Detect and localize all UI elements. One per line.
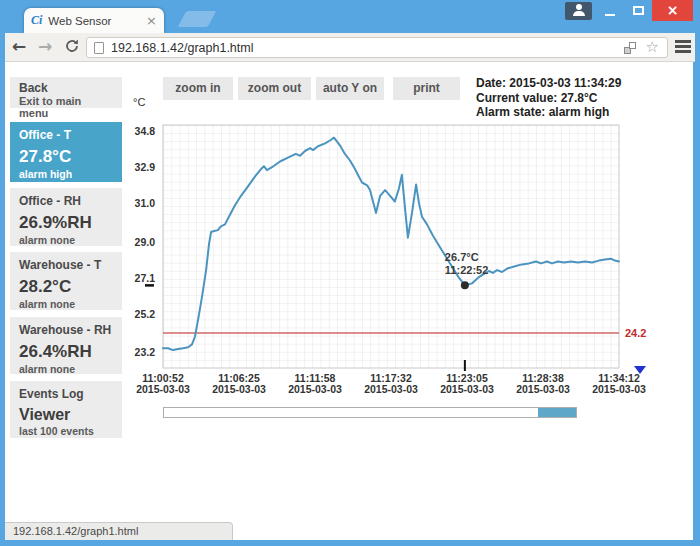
x-tick-label: 11:00:522015-03-03 [131,373,195,395]
y-tick-label: 31.0 [123,197,155,209]
tooltip-time: 11:22:52 [445,264,488,277]
chart-scrollbar-thumb[interactable] [538,408,576,417]
x-tick-label: 11:11:582015-03-03 [283,373,347,395]
y-tick-label: 34.8 [123,125,155,137]
alarm-threshold-label: 24.2 [625,327,646,339]
y-tick-label: 23.2 [123,346,155,358]
chart-plot-area[interactable] [163,125,619,368]
point-tooltip: 26.7°C 11:22:52 [445,251,488,277]
y-tick-label: 29.0 [123,236,155,248]
y-tick-label: 25.2 [123,308,155,320]
x-tick-label: 11:28:382015-03-03 [511,373,575,395]
y-tick-label: 27.1 [123,272,155,284]
tooltip-value: 26.7°C [445,251,488,264]
chart-scrollbar-track[interactable] [163,407,577,418]
browser-window: Ci Web Sensor × × ← → 192.168.1.42/graph… [0,0,700,546]
y-tick-label: 32.9 [123,161,155,173]
position-marker-icon [634,366,646,374]
x-tick-label: 11:23:052015-03-03 [435,373,499,395]
x-tick-label: 11:34:122015-03-03 [587,373,651,395]
y-axis-marker-tick [145,284,154,287]
x-tick-label: 11:06:252015-03-03 [207,373,271,395]
status-bar: 192.168.1.42/graph1.html [5,522,233,540]
x-tick-label: 11:17:322015-03-03 [359,373,423,395]
